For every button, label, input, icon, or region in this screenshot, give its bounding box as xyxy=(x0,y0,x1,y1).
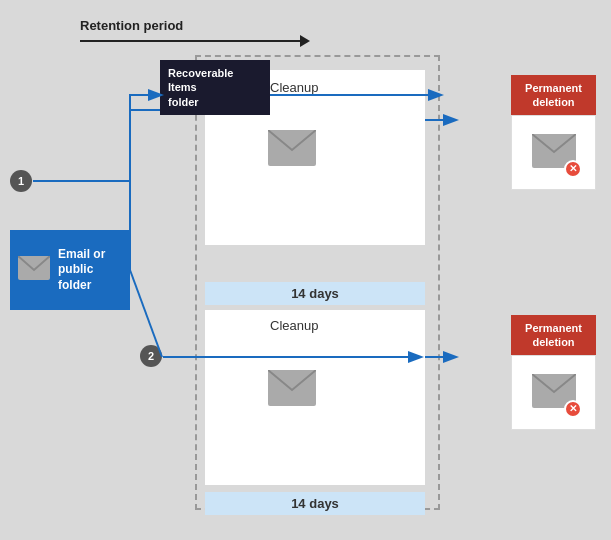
panel-mail-top xyxy=(268,130,316,170)
days-label-top: 14 days xyxy=(205,282,425,305)
diagram: Retention period Cleanup Cleanup 14 days… xyxy=(0,0,611,540)
recoverable-label-line2: folder xyxy=(168,96,199,108)
panel-mail-bottom xyxy=(268,370,316,410)
deleted-mail-wrapper-top: ✕ xyxy=(532,134,576,172)
email-folder-mail-icon xyxy=(18,256,50,284)
badge-2: 2 xyxy=(140,345,162,367)
deleted-mail-box-top: ✕ xyxy=(511,115,596,190)
retention-arrow xyxy=(80,35,310,47)
cleanup-label-top: Cleanup xyxy=(270,80,318,95)
retention-label: Retention period xyxy=(80,18,183,33)
cleanup-label-bottom: Cleanup xyxy=(270,318,318,333)
recoverable-label-line1: Recoverable Items xyxy=(168,67,233,93)
retention-arrow-line xyxy=(80,40,300,42)
perm-delete-box-top: Permanent deletion xyxy=(511,75,596,116)
deleted-mail-wrapper-bottom: ✕ xyxy=(532,374,576,412)
recoverable-items-box: Recoverable Items folder xyxy=(160,60,270,115)
retention-period: Retention period xyxy=(80,18,310,47)
retention-arrow-head xyxy=(300,35,310,47)
perm-delete-box-bottom: Permanent deletion xyxy=(511,315,596,356)
email-folder-label: Email or public folder xyxy=(58,247,122,294)
deleted-mail-box-bottom: ✕ xyxy=(511,355,596,430)
email-folder-box: Email or public folder xyxy=(10,230,130,310)
days-label-bottom: 14 days xyxy=(205,492,425,515)
x-badge-top: ✕ xyxy=(564,160,582,178)
badge-1: 1 xyxy=(10,170,32,192)
x-badge-bottom: ✕ xyxy=(564,400,582,418)
